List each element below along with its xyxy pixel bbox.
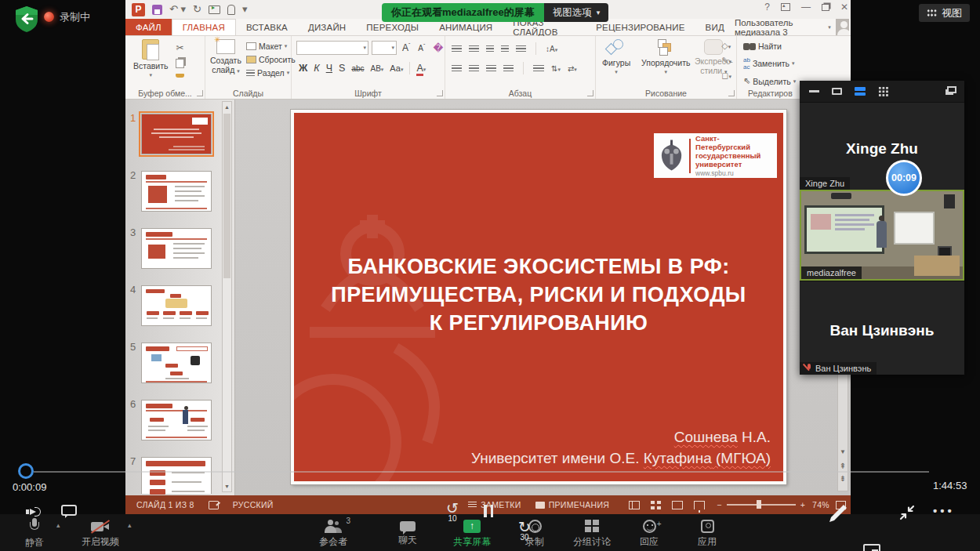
save-icon[interactable] xyxy=(152,5,162,15)
align-text-button[interactable]: ⇅▾ xyxy=(551,64,561,73)
character-spacing-button[interactable]: АВ▾ xyxy=(368,64,387,73)
mute-button[interactable]: 静音 xyxy=(16,518,53,549)
copy-icon[interactable] xyxy=(176,59,184,68)
pop-out-icon[interactable] xyxy=(947,86,956,93)
align-left-button[interactable] xyxy=(452,65,462,72)
slide-thumbnail[interactable] xyxy=(141,343,212,383)
grow-font-button[interactable]: Аˆ xyxy=(400,42,412,53)
annotate-pencil-icon[interactable] xyxy=(826,502,848,524)
font-color-button[interactable]: А▾ xyxy=(414,63,428,74)
find-button[interactable]: Найти xyxy=(743,42,796,51)
exit-fullscreen-icon[interactable] xyxy=(898,504,916,521)
slide-sorter-icon[interactable] xyxy=(651,501,661,509)
replace-button[interactable]: abacЗаменить▾ xyxy=(743,56,796,71)
comments-toggle[interactable]: ПРИМЕЧАНИЯ xyxy=(535,500,610,509)
playback-timeline[interactable] xyxy=(34,471,929,473)
shape-effects-icon[interactable]: ◻▾ xyxy=(721,71,731,81)
section-button[interactable]: Раздел▾ xyxy=(246,68,296,78)
slide-thumbnail[interactable] xyxy=(141,114,212,154)
volume-icon[interactable] xyxy=(25,506,41,518)
tab-insert[interactable]: ВСТАВКА xyxy=(236,19,298,35)
participants-button[interactable]: 3 参会者 xyxy=(308,518,358,549)
shapes-button[interactable]: Фигуры▾ xyxy=(602,39,630,77)
pause-button[interactable] xyxy=(484,505,493,517)
justify-button[interactable] xyxy=(503,65,514,72)
overlay-chat-icon[interactable] xyxy=(61,505,77,516)
cut-icon[interactable]: ✂ xyxy=(176,42,183,53)
strikethrough-button[interactable]: abc xyxy=(349,64,366,73)
bullets-button[interactable] xyxy=(452,45,462,53)
paste-button[interactable]: Вставить▾ xyxy=(133,39,169,80)
select-button[interactable]: ⇖Выделить▾ xyxy=(743,76,796,86)
ribbon-display-options-icon[interactable] xyxy=(781,3,790,11)
align-center-button[interactable] xyxy=(469,65,479,72)
account-user[interactable]: Пользователь медиазала 3 ▾ xyxy=(735,19,851,35)
mini-player-icon[interactable] xyxy=(863,544,880,551)
strip-view-icon[interactable] xyxy=(855,87,866,96)
close-button[interactable]: ✕ xyxy=(840,2,848,13)
apps-button[interactable]: 应用 xyxy=(687,518,728,549)
scroll-down-icon[interactable]: ▼ xyxy=(838,448,848,455)
text-direction-button[interactable]: ↕А▾ xyxy=(546,45,557,53)
smartart-convert-button[interactable]: ⇄▾ xyxy=(568,64,577,73)
tab-file[interactable]: ФАЙЛ xyxy=(125,19,172,35)
scroll-up-icon[interactable]: ▲ xyxy=(223,104,231,110)
view-options-button[interactable]: 视图选项▾ xyxy=(544,3,609,22)
format-painter-icon[interactable] xyxy=(176,74,184,78)
redo-icon[interactable]: ↻ xyxy=(193,4,201,15)
breakout-rooms-button[interactable]: 分组讨论 xyxy=(567,518,617,549)
slide-thumbnail[interactable] xyxy=(141,228,212,269)
previous-slide-icon[interactable]: ⇞ xyxy=(838,462,848,470)
dialog-launcher-icon[interactable] xyxy=(728,90,735,96)
columns-button[interactable] xyxy=(533,65,544,72)
dialog-launcher-icon[interactable] xyxy=(437,90,443,96)
restore-button[interactable] xyxy=(822,4,829,11)
more-options-icon[interactable]: ••• xyxy=(933,504,955,517)
arrange-button[interactable]: Упорядочить▾ xyxy=(641,39,690,77)
decrease-indent-button[interactable] xyxy=(486,45,494,53)
notes-toggle[interactable]: ЗАМЕТКИ xyxy=(468,500,521,509)
align-right-button[interactable] xyxy=(486,65,496,72)
change-case-button[interactable]: Аа▾ xyxy=(387,63,405,73)
forward-30-button[interactable]: ↻30 xyxy=(514,521,535,540)
slide-canvas[interactable]: Санкт-Петербургский государственный унив… xyxy=(291,110,786,484)
zoom-out-button[interactable]: − xyxy=(717,500,721,509)
zoom-slider[interactable] xyxy=(727,504,796,506)
screen-share-video-tile[interactable]: mediazalfree xyxy=(800,190,964,281)
zoom-in-button[interactable]: + xyxy=(800,500,805,509)
increase-indent-button[interactable] xyxy=(501,45,509,53)
customize-qat-icon[interactable]: ▾ xyxy=(242,4,248,15)
start-slideshow-icon[interactable] xyxy=(209,5,220,14)
slide-thumbnail[interactable] xyxy=(141,400,212,440)
spellcheck-icon[interactable] xyxy=(209,501,219,509)
minimize-panel-icon[interactable] xyxy=(809,90,819,92)
slide-thumbnail[interactable] xyxy=(141,171,212,212)
scrollbar-thumb[interactable] xyxy=(223,114,230,278)
view-button[interactable]: 视图 xyxy=(919,4,970,22)
bold-button[interactable]: Ж xyxy=(296,63,310,74)
line-spacing-button[interactable] xyxy=(516,45,526,53)
tab-home[interactable]: ГЛАВНАЯ xyxy=(172,19,236,35)
italic-button[interactable]: К xyxy=(311,63,321,74)
next-slide-icon[interactable]: ⇟ xyxy=(838,474,848,483)
tab-design[interactable]: ДИЗАЙН xyxy=(298,19,356,35)
chat-button[interactable]: 聊天 xyxy=(387,518,428,547)
help-button[interactable]: ? xyxy=(764,2,770,13)
reset-button[interactable]: Сбросить xyxy=(246,55,296,64)
shape-fill-icon[interactable]: ◇▾ xyxy=(721,41,731,51)
reactions-button[interactable]: + 回应 xyxy=(629,518,670,549)
normal-view-icon[interactable] xyxy=(629,501,640,509)
shape-outline-icon[interactable]: ✎▾ xyxy=(721,56,731,66)
mic-options-chevron[interactable]: ▴ xyxy=(56,521,60,529)
clear-formatting-button[interactable]: � xyxy=(430,42,445,54)
new-slide-button[interactable]: Создать слайд ▾ xyxy=(210,39,241,76)
tab-view[interactable]: ВИД xyxy=(695,19,735,35)
rewind-10-button[interactable]: ↺10 xyxy=(442,502,463,521)
touch-mode-icon[interactable] xyxy=(227,5,235,15)
zoom-slider-thumb[interactable] xyxy=(757,500,761,509)
start-video-button[interactable]: 开启视频 xyxy=(75,518,125,549)
font-name-combo[interactable]: ▾ xyxy=(296,41,368,55)
numbering-button[interactable] xyxy=(469,45,479,53)
slide-thumbnail[interactable] xyxy=(141,285,212,326)
back-shield-icon[interactable] xyxy=(13,5,41,33)
